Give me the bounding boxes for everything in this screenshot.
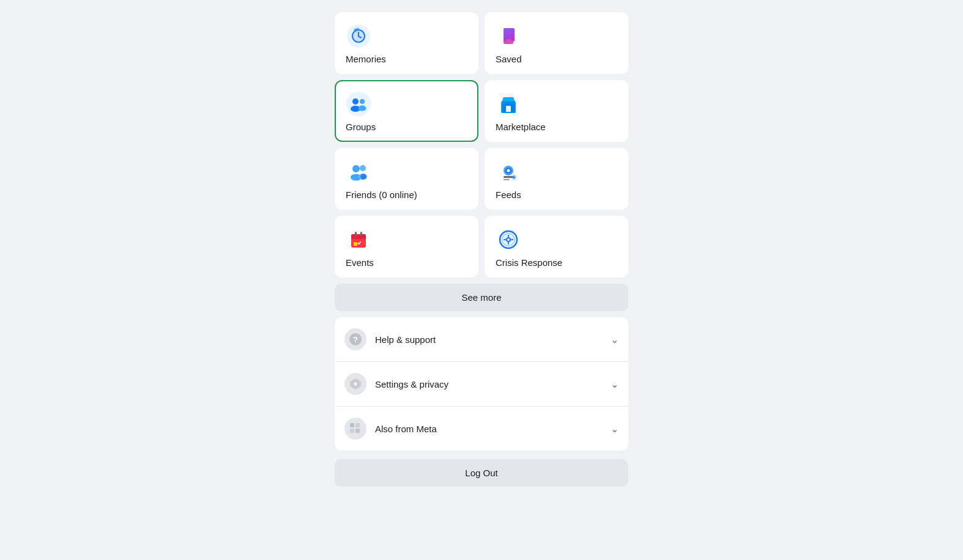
svg-point-32 (507, 238, 510, 241)
meta-label: Also from Meta (375, 424, 437, 434)
svg-point-4 (352, 98, 359, 105)
svg-rect-28 (354, 242, 357, 246)
events-label: Events (346, 257, 467, 268)
marketplace-label: Marketplace (496, 122, 617, 132)
svg-point-19 (507, 169, 510, 172)
svg-point-12 (360, 165, 366, 171)
help-icon: ? (344, 328, 366, 350)
settings-chevron: ⌄ (611, 378, 619, 390)
crisis-label: Crisis Response (496, 257, 617, 268)
svg-rect-27 (360, 232, 362, 237)
groups-icon (346, 91, 371, 117)
settings-label: Settings & privacy (375, 379, 448, 389)
crisis-icon (496, 227, 521, 252)
memories-icon (346, 23, 371, 49)
card-events[interactable]: Events (335, 216, 478, 278)
card-friends[interactable]: Friends (0 online) (335, 148, 478, 210)
card-crisis[interactable]: Crisis Response (485, 216, 628, 278)
settings-icon (344, 373, 366, 395)
feeds-icon (496, 159, 521, 185)
events-icon (346, 227, 371, 252)
main-container: Memories (335, 12, 628, 487)
section-settings[interactable]: Settings & privacy ⌄ (335, 362, 628, 407)
saved-label: Saved (496, 54, 617, 64)
svg-rect-21 (504, 179, 510, 181)
svg-text:?: ? (353, 335, 358, 344)
meta-chevron: ⌄ (611, 423, 619, 435)
friends-icon (346, 159, 371, 185)
saved-icon (496, 23, 521, 49)
marketplace-icon (496, 91, 521, 117)
svg-rect-26 (355, 232, 357, 237)
svg-point-3 (346, 92, 371, 116)
sections-wrapper: ? Help & support ⌄ Settings & privacy (335, 317, 628, 451)
groups-label: Groups (346, 122, 467, 132)
friends-label: Friends (0 online) (346, 190, 467, 200)
svg-rect-25 (351, 237, 366, 239)
svg-rect-39 (350, 429, 354, 433)
svg-rect-40 (355, 429, 360, 433)
svg-rect-38 (355, 423, 360, 427)
svg-point-36 (354, 382, 357, 386)
card-feeds[interactable]: Feeds (485, 148, 628, 210)
svg-point-11 (352, 165, 360, 172)
section-help[interactable]: ? Help & support ⌄ (335, 317, 628, 362)
meta-icon (344, 418, 366, 440)
feeds-label: Feeds (496, 190, 617, 200)
card-memories[interactable]: Memories (335, 12, 478, 74)
svg-rect-37 (350, 423, 354, 427)
card-saved[interactable]: Saved (485, 12, 628, 74)
svg-rect-10 (506, 106, 511, 112)
logout-button[interactable]: Log Out (335, 459, 628, 487)
section-meta[interactable]: Also from Meta ⌄ (335, 407, 628, 451)
card-marketplace[interactable]: Marketplace (485, 80, 628, 142)
svg-point-7 (359, 106, 366, 111)
help-chevron: ⌄ (611, 334, 619, 345)
memories-label: Memories (346, 54, 467, 64)
card-groups[interactable]: Groups (335, 80, 478, 142)
shortcut-grid: Memories (335, 12, 628, 278)
see-more-button[interactable]: See more (335, 284, 628, 311)
help-label: Help & support (375, 334, 436, 345)
svg-point-5 (360, 99, 365, 104)
